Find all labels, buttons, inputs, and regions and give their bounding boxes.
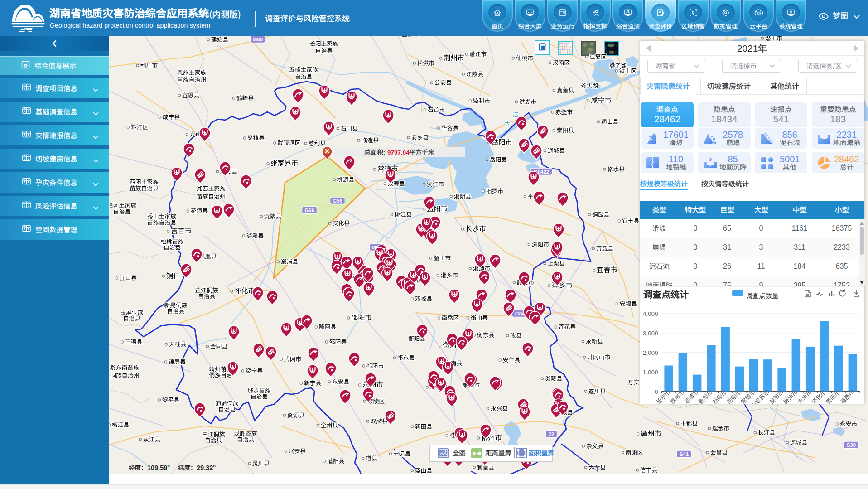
svg-text:109.59°: 109.59° bbox=[147, 464, 170, 471]
svg-text:G50: G50 bbox=[253, 37, 263, 42]
svg-text:S41: S41 bbox=[680, 451, 689, 457]
svg-text:9797.04: 9797.04 bbox=[387, 149, 410, 156]
svg-text:1,000: 1,000 bbox=[643, 369, 658, 376]
svg-text:2,000: 2,000 bbox=[643, 349, 658, 356]
svg-text:S30: S30 bbox=[847, 442, 856, 448]
svg-text:G56: G56 bbox=[333, 198, 342, 203]
svg-text:29.32°: 29.32° bbox=[197, 464, 216, 471]
svg-text:0: 0 bbox=[655, 388, 658, 395]
svg-text:3,000: 3,000 bbox=[643, 330, 658, 337]
svg-text:G56: G56 bbox=[304, 208, 314, 213]
svg-text:P: P bbox=[593, 10, 595, 15]
svg-text:4,000: 4,000 bbox=[643, 310, 658, 317]
svg-text:22: 22 bbox=[549, 431, 555, 437]
